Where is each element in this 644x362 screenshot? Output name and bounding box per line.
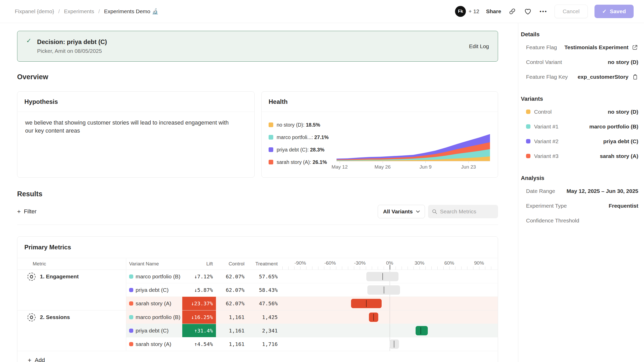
detail-row: Control Variantno story (D) — [521, 55, 638, 69]
ruler-tick — [300, 266, 300, 270]
edit-log-button[interactable]: Edit Log — [469, 43, 489, 49]
variant-swatch — [129, 288, 133, 292]
more-options-icon[interactable]: ••• — [539, 7, 548, 16]
detail-value-text: Testimonials Experiment — [564, 44, 628, 50]
lift-axis-label: 60% — [444, 260, 454, 266]
analysis-label: Date Range — [526, 188, 555, 194]
variant-value: sarah story (A) — [600, 153, 638, 159]
detail-label: Control Variant — [526, 59, 562, 65]
lift-point-marker — [394, 341, 394, 348]
analysis-row: Date RangeMay 12, 2025 – Jun 30, 2025 — [521, 184, 638, 198]
add-metric-label: Add — [35, 357, 45, 362]
ruler-tick — [396, 266, 396, 270]
lift-cell: ↑4.54% — [182, 337, 216, 351]
detail-value: exp_customerStory — [578, 74, 638, 80]
ruler-tick — [402, 266, 402, 270]
metric-cell[interactable]: 2. Sessions — [17, 310, 126, 351]
ruler-tick — [431, 266, 432, 270]
cancel-button[interactable]: Cancel — [555, 5, 587, 18]
legend-item: marco portfoli...: 27.1% — [269, 131, 329, 143]
x-axis-tick — [340, 161, 340, 163]
legend-value: 28.3% — [310, 147, 324, 153]
variant-name-cell: marco portfolio (B) — [126, 273, 182, 280]
variant-color-swatch — [526, 154, 530, 158]
avatar-overflow-count[interactable]: + 12 — [468, 8, 479, 15]
plus-icon: + — [28, 357, 31, 362]
ruler-tick — [384, 266, 384, 270]
confidence-interval-cell — [279, 310, 498, 324]
detail-row: Feature Flag Keyexp_customerStory — [521, 69, 638, 84]
divider — [17, 225, 498, 225]
variant-swatch — [129, 274, 133, 279]
add-metric-button[interactable]: + Add — [17, 351, 498, 362]
table-column-headers: Metric Variant Name Lift Control Treatme… — [17, 258, 498, 270]
variant-row: Controlno story (D) — [521, 104, 638, 119]
variant-name: priya debt (C) — [136, 328, 169, 334]
hypothesis-body[interactable]: we believe that showing customer stories… — [17, 112, 240, 141]
ruler-tick — [467, 266, 467, 270]
breadcrumb-experiments[interactable]: Experiments — [64, 8, 94, 15]
detail-value-text: no story (D) — [608, 59, 638, 65]
legend-label: no story (D): 18.5% — [277, 122, 320, 128]
external-link-icon[interactable] — [632, 44, 638, 51]
copy-link-icon[interactable] — [508, 7, 517, 16]
lift-cell: ↓23.37% — [182, 297, 216, 310]
favorite-heart-icon[interactable] — [523, 7, 532, 16]
col-header-control: Control — [216, 261, 246, 267]
metric-cell[interactable]: 1. Engagement — [17, 270, 126, 310]
ruler-tick — [408, 266, 408, 270]
variant-result-row[interactable]: marco portfolio (B)↓7.12%62.07%57.65% — [126, 270, 498, 283]
x-axis-tick-label: May 12 — [332, 164, 348, 170]
lift-cell: ↑31.4% — [182, 324, 216, 337]
col-header-metric: Metric — [17, 258, 126, 270]
variant-result-row[interactable]: sarah story (A)↓23.37%62.07%47.56% — [126, 297, 498, 310]
variant-result-row[interactable]: priya debt (C)↓5.87%62.07%58.43% — [126, 283, 498, 297]
ruler-tick — [437, 266, 438, 270]
variant-name: sarah story (A) — [136, 341, 171, 347]
variant-swatch — [129, 315, 133, 319]
detail-label: Feature Flag Key — [526, 74, 568, 80]
details-sidebar: Details Feature FlagTestimonials Experim… — [518, 23, 644, 362]
lift-point-marker — [382, 273, 383, 280]
x-axis-tick-label: May 26 — [374, 164, 390, 170]
search-metrics-input[interactable] — [440, 208, 492, 215]
variant-value-text: no story (D) — [608, 109, 638, 115]
ruler-tick — [461, 266, 461, 270]
copy-icon[interactable] — [632, 74, 638, 80]
x-axis-tick-label: Jun 23 — [461, 164, 476, 170]
variant-name: marco portfolio (B) — [136, 314, 180, 320]
all-variants-dropdown[interactable]: All Variants — [378, 205, 425, 218]
zero-line — [390, 297, 390, 310]
breadcrumb-project[interactable]: Fixpanel {demo} — [15, 8, 54, 15]
add-filter-button[interactable]: + Filter — [17, 208, 37, 215]
analysis-row: Experiment TypeFrequentist — [521, 198, 638, 213]
variant-name-cell: marco portfolio (B) — [126, 314, 182, 320]
health-card: Health no story (D): 18.5%marco portfoli… — [261, 91, 498, 178]
analysis-value-text: Frequentist — [609, 203, 638, 209]
metric-name: 2. Sessions — [40, 314, 70, 320]
variant-result-row[interactable]: marco portfolio (B)↓16.25%1,1611,425 — [126, 310, 498, 324]
treatment-value-cell: 1,716 — [246, 341, 279, 347]
x-axis-tick — [468, 161, 469, 163]
results-heading: Results — [17, 190, 498, 198]
saved-button[interactable]: ✓ Saved — [594, 5, 634, 18]
treatment-value-cell: 57.65% — [246, 273, 279, 280]
ruler-tick — [449, 266, 450, 270]
share-button[interactable]: Share — [486, 8, 501, 15]
ruler-tick — [443, 266, 444, 270]
search-metrics-box — [428, 205, 498, 218]
all-variants-label: All Variants — [383, 208, 413, 215]
zero-line — [390, 310, 390, 324]
filter-button-label: Filter — [24, 208, 37, 215]
variant-result-row[interactable]: sarah story (A)↑4.54%1,1611,716 — [126, 337, 498, 351]
variant-name-cell: priya debt (C) — [126, 328, 182, 334]
primary-metrics-title: Primary Metrics — [17, 237, 498, 258]
variant-result-row[interactable]: priya debt (C)↑31.4%1,1612,341 — [126, 324, 498, 337]
saved-button-label: Saved — [610, 8, 626, 15]
avatar[interactable]: Fk — [455, 6, 466, 17]
breadcrumb: Fixpanel {demo} / Experiments / Experime… — [15, 8, 159, 15]
ruler-tick — [455, 266, 456, 270]
x-axis-tick — [425, 161, 426, 163]
variant-value: no story (D) — [608, 109, 638, 115]
col-header-lift: Lift — [182, 261, 216, 267]
